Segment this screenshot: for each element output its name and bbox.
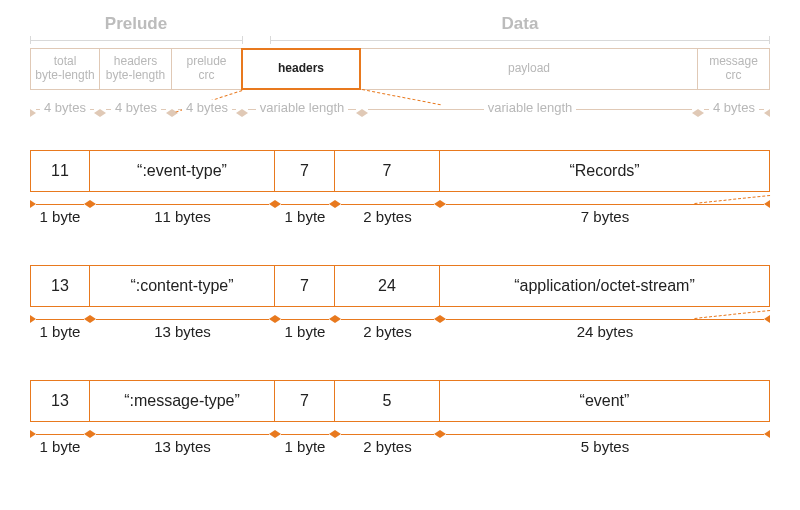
- header-name: “:event-type”: [90, 150, 275, 192]
- size-label: 24 bytes: [440, 309, 770, 326]
- size-label: 1 byte: [30, 309, 90, 326]
- field-prelude-crc: prelude crc: [172, 48, 242, 90]
- header-value-type: 7: [275, 150, 335, 192]
- size-message-crc: 4 bytes: [698, 100, 770, 118]
- header-name-length: 11: [30, 150, 90, 192]
- size-label: 1 byte: [30, 194, 90, 211]
- header-value: “Records”: [440, 150, 770, 192]
- field-message-crc: message crc: [698, 48, 770, 90]
- header-value-length: 24: [335, 265, 440, 307]
- header-name-length: 13: [30, 380, 90, 422]
- message-frame-sizes: 4 bytes 4 bytes 4 bytes variable length …: [30, 100, 770, 118]
- size-label: 5 bytes: [440, 424, 770, 441]
- header-value-length: 5: [335, 380, 440, 422]
- section-label-prelude: Prelude: [30, 14, 242, 34]
- field-headers-byte-length: headers byte-length: [100, 48, 172, 90]
- header-value-type: 7: [275, 265, 335, 307]
- section-label-data: Data: [270, 14, 770, 34]
- size-label: 1 byte: [275, 194, 335, 211]
- header-row-1: 11 “:event-type” 7 7 “Records”: [30, 150, 770, 192]
- size-label: 13 bytes: [90, 424, 275, 441]
- size-label: 11 bytes: [90, 194, 275, 211]
- header-value: “application/octet-stream”: [440, 265, 770, 307]
- size-headers-byte-length: 4 bytes: [100, 100, 172, 118]
- field-total-byte-length: total byte-length: [30, 48, 100, 90]
- size-prelude-crc: 4 bytes: [172, 100, 242, 118]
- size-label: 7 bytes: [440, 194, 770, 211]
- size-label: 2 bytes: [335, 194, 440, 211]
- field-headers: headers: [241, 48, 361, 90]
- event-stream-format-diagram: { "sections": { "prelude": "Prelude", "d…: [0, 0, 800, 510]
- header-row-2: 13 “:content-type” 7 24 “application/oct…: [30, 265, 770, 307]
- header-row-3: 13 “:message-type” 7 5 “event”: [30, 380, 770, 422]
- header-row-1-sizes: 1 byte 11 bytes 1 byte 2 bytes 7 bytes: [30, 194, 770, 211]
- header-row-2-sizes: 1 byte 13 bytes 1 byte 2 bytes 24 bytes: [30, 309, 770, 326]
- size-total-byte-length: 4 bytes: [30, 100, 100, 118]
- header-name-length: 13: [30, 265, 90, 307]
- size-headers: variable length: [242, 100, 362, 118]
- size-label: 2 bytes: [335, 424, 440, 441]
- size-label: 1 byte: [275, 309, 335, 326]
- header-name: “:message-type”: [90, 380, 275, 422]
- header-value-type: 7: [275, 380, 335, 422]
- size-label: 13 bytes: [90, 309, 275, 326]
- header-value: “event”: [440, 380, 770, 422]
- size-label: 1 byte: [275, 424, 335, 441]
- header-row-3-sizes: 1 byte 13 bytes 1 byte 2 bytes 5 bytes: [30, 424, 770, 441]
- message-frame-row: total byte-length headers byte-length pr…: [30, 48, 770, 90]
- header-value-length: 7: [335, 150, 440, 192]
- header-name: “:content-type”: [90, 265, 275, 307]
- size-payload: variable length: [362, 100, 698, 118]
- size-label: 1 byte: [30, 424, 90, 441]
- field-payload: payload: [361, 48, 698, 90]
- size-label: 2 bytes: [335, 309, 440, 326]
